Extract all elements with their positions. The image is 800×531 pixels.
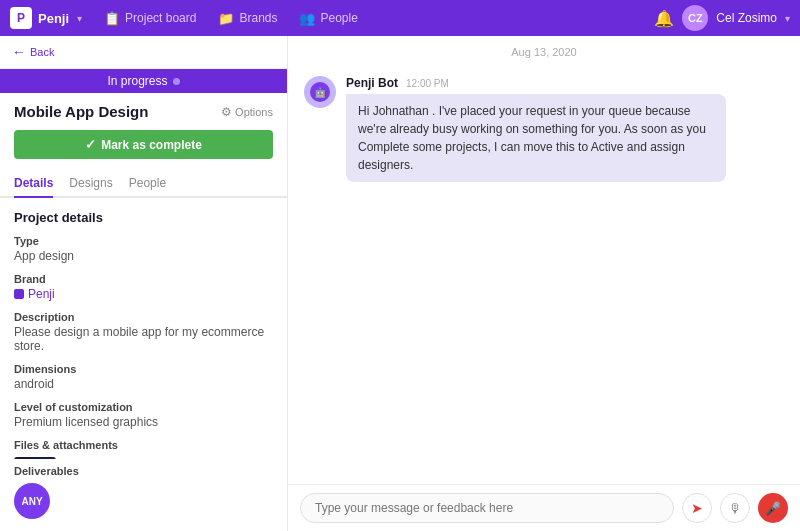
audio-record-button[interactable]: 🎤 (758, 493, 788, 523)
customization-label: Level of customization (14, 401, 273, 413)
chat-messages: 🤖 Penji Bot 12:00 PM Hi Johnathan . I've… (288, 68, 800, 484)
people-icon: 👥 (299, 11, 315, 26)
main-layout: ← Back In progress Mobile App Design ⚙ O… (0, 36, 800, 531)
brand-link[interactable]: Penji (28, 287, 55, 301)
right-panel: Aug 13, 2020 🤖 Penji Bot 12:00 PM Hi Joh… (288, 36, 800, 531)
left-panel: ← Back In progress Mobile App Design ⚙ O… (0, 36, 288, 531)
dimensions-field: Dimensions android (14, 363, 273, 391)
audio-icon: 🎤 (765, 501, 781, 516)
type-label: Type (14, 235, 273, 247)
username-label: Cel Zosimo (716, 11, 777, 25)
files-label: Files & attachments (14, 439, 273, 451)
project-board-icon: 📋 (104, 11, 120, 26)
brand-label: Brand (14, 273, 273, 285)
send-button[interactable]: ➤ (682, 493, 712, 523)
section-title: Project details (14, 210, 273, 225)
type-value: App design (14, 249, 273, 263)
message-header: Penji Bot 12:00 PM (346, 76, 784, 90)
brand-chevron-icon[interactable]: ▾ (77, 13, 82, 24)
brand-field: Brand Penji (14, 273, 273, 301)
back-bar: ← Back (0, 36, 287, 69)
back-label[interactable]: Back (30, 46, 54, 58)
any-badge: ANY (14, 483, 50, 519)
project-header: Mobile App Design ⚙ Options (0, 93, 287, 126)
microphone-button[interactable]: 🎙 (720, 493, 750, 523)
customization-field: Level of customization Premium licensed … (14, 401, 273, 429)
mark-complete-button[interactable]: ✓ Mark as complete (14, 130, 273, 159)
customization-value: Premium licensed graphics (14, 415, 273, 429)
topnav-right: 🔔 CZ Cel Zosimo ▾ (654, 5, 790, 31)
deliverables-section: Deliverables ANY (0, 459, 287, 531)
brand-value: Penji (14, 287, 273, 301)
app-logo: P (10, 7, 32, 29)
brand-square-icon (14, 289, 24, 299)
description-value: Please design a mobile app for my ecomme… (14, 325, 273, 353)
message-time: 12:00 PM (406, 78, 449, 89)
message-bubble: Hi Johnathan . I've placed your request … (346, 94, 726, 182)
description-field: Description Please design a mobile app f… (14, 311, 273, 353)
top-navigation: P Penji ▾ 📋 Project board 📁 Brands 👥 Peo… (0, 0, 800, 36)
microphone-icon: 🎙 (729, 501, 742, 516)
user-avatar: CZ (682, 5, 708, 31)
options-button[interactable]: ⚙ Options (221, 105, 273, 119)
brand-name: Penji (38, 11, 69, 26)
detail-tabs: Details Designs People (0, 169, 287, 198)
check-icon: ✓ (85, 137, 96, 152)
deliverables-label: Deliverables (14, 465, 273, 477)
project-title: Mobile App Design (14, 103, 148, 120)
dimensions-value: android (14, 377, 273, 391)
chat-input[interactable] (300, 493, 674, 523)
nav-item-brands[interactable]: 📁 Brands (210, 8, 285, 29)
tab-details[interactable]: Details (14, 169, 53, 198)
chat-message: 🤖 Penji Bot 12:00 PM Hi Johnathan . I've… (304, 76, 784, 182)
tab-designs[interactable]: Designs (69, 169, 112, 198)
bot-avatar-inner: 🤖 (310, 82, 330, 102)
message-sender: Penji Bot (346, 76, 398, 90)
notifications-bell-icon[interactable]: 🔔 (654, 9, 674, 28)
details-section: Project details Type App design Brand Pe… (0, 198, 287, 459)
chat-date: Aug 13, 2020 (288, 36, 800, 68)
type-field: Type App design (14, 235, 273, 263)
file-thumbnail (14, 457, 56, 459)
back-arrow-icon[interactable]: ← (12, 44, 26, 60)
send-icon: ➤ (691, 500, 703, 516)
brands-icon: 📁 (218, 11, 234, 26)
tab-people[interactable]: People (129, 169, 166, 198)
dimensions-label: Dimensions (14, 363, 273, 375)
status-text: In progress (107, 74, 167, 88)
message-content: Penji Bot 12:00 PM Hi Johnathan . I've p… (346, 76, 784, 182)
description-label: Description (14, 311, 273, 323)
bot-avatar: 🤖 (304, 76, 336, 108)
chat-input-bar: ➤ 🎙 🎤 (288, 484, 800, 531)
status-bar: In progress (0, 69, 287, 93)
nav-item-people[interactable]: 👥 People (291, 8, 365, 29)
bot-icon: 🤖 (314, 87, 326, 98)
nav-item-project-board[interactable]: 📋 Project board (96, 8, 204, 29)
user-menu-chevron-icon[interactable]: ▾ (785, 13, 790, 24)
gear-icon: ⚙ (221, 105, 232, 119)
status-dot-icon (173, 78, 180, 85)
files-field: Files & attachments black-and-gra... Dow… (14, 439, 273, 459)
